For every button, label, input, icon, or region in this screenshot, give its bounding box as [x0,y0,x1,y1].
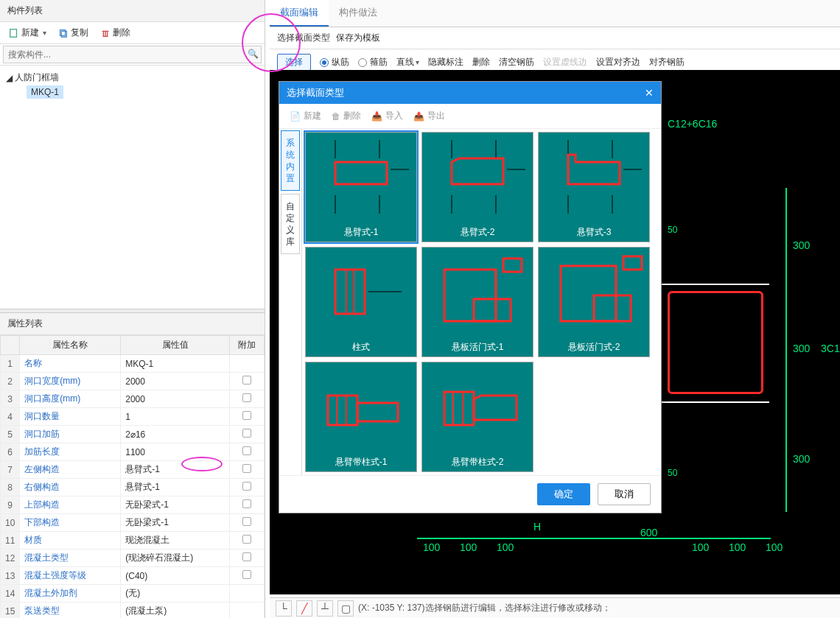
prop-value[interactable]: 2000 [121,390,230,408]
section-card[interactable]: 悬臂式-2 [421,132,533,242]
table-row[interactable]: 7 左侧构造 悬臂式-1 [1,461,265,479]
modal-delete-button[interactable]: 🗑删除 [332,110,361,122]
select-tool[interactable]: 选择 [277,54,311,71]
line-tool[interactable]: 直线▾ [396,56,419,69]
prop-name[interactable]: 加筋长度 [20,443,121,461]
search-icon[interactable]: 🔍 [248,49,259,59]
table-row[interactable]: 15 泵送类型 (混凝土泵) [1,603,265,619]
prop-extra[interactable] [230,549,265,567]
dim-side[interactable]: 3C1 [821,343,840,354]
section-card[interactable]: 悬板活门式-1 [421,247,533,357]
prop-value[interactable]: MKQ-1 [121,355,230,373]
new-button[interactable]: 新建 ▾ [4,25,51,41]
tab-section-edit[interactable]: 截面编辑 [270,0,329,27]
prop-name[interactable]: 泵送类型 [20,603,121,619]
prop-name[interactable]: 混凝土外加剂 [20,585,121,603]
status-icon-3[interactable]: ┴ [317,600,333,617]
prop-value[interactable]: 1100 [121,443,230,461]
prop-value[interactable]: 悬臂式-1 [121,461,230,479]
radio-rebar2[interactable]: 箍筋 [358,56,388,69]
table-row[interactable]: 14 混凝土外加剂 (无) [1,585,265,603]
set-virtual-edge-button[interactable]: 设置虚线边 [543,56,587,69]
table-row[interactable]: 12 混凝土类型 (现浇碎石混凝土) [1,549,265,567]
cancel-button[interactable]: 取消 [598,483,651,505]
prop-extra[interactable] [230,567,265,585]
tree-child[interactable]: MKQ-1 [27,85,63,99]
prop-extra[interactable] [230,514,265,532]
hide-label-button[interactable]: 隐藏标注 [428,56,463,69]
prop-value[interactable]: (现浇碎石混凝土) [121,549,230,567]
prop-value[interactable]: 2000 [121,373,230,390]
prop-name[interactable]: 下部构造 [20,514,121,532]
prop-value[interactable]: 无卧梁式-1 [121,496,230,514]
section-card[interactable]: 柱式 [305,247,417,357]
status-icon-2[interactable]: ╱ [296,600,312,617]
prop-name[interactable]: 洞口高度(mm) [20,390,121,408]
set-align-edge-button[interactable]: 设置对齐边 [596,56,640,69]
prop-extra[interactable] [230,390,265,408]
prop-extra[interactable] [230,373,265,390]
table-row[interactable]: 5 洞口加筋 2⌀16 [1,426,265,443]
table-row[interactable]: 13 混凝土强度等级 (C40) [1,567,265,585]
table-row[interactable]: 11 材质 现浇混凝土 [1,532,265,549]
prop-extra[interactable] [230,461,265,479]
delete-button[interactable]: 删除 [96,25,135,41]
prop-name[interactable]: 混凝土强度等级 [20,567,121,585]
tab-component-method[interactable]: 构件做法 [329,0,388,27]
table-row[interactable]: 10 下部构造 无卧梁式-1 [1,514,265,532]
section-card[interactable]: 悬臂式-1 [305,132,417,242]
close-icon[interactable]: ✕ [645,87,654,99]
prop-value[interactable]: 悬臂式-1 [121,479,230,496]
prop-value[interactable]: (C40) [121,567,230,585]
prop-name[interactable]: 洞口数量 [20,408,121,426]
select-section-type-button[interactable]: 选择截面类型 [277,32,330,44]
section-card[interactable]: 悬臂带柱式-1 [305,362,417,472]
status-icon-1[interactable]: └ [276,600,292,617]
prop-value[interactable]: 2⌀16 [121,426,230,443]
prop-name[interactable]: 混凝土类型 [20,549,121,567]
section-card[interactable]: 悬板活门式-2 [538,247,650,357]
prop-name[interactable]: 左侧构造 [20,461,121,479]
prop-extra[interactable] [230,479,265,496]
prop-name[interactable]: 名称 [20,355,121,373]
prop-extra[interactable] [230,408,265,426]
prop-name[interactable]: 材质 [20,532,121,549]
modal-import-button[interactable]: 📥导入 [371,110,403,122]
section-card[interactable]: 悬臂式-3 [538,132,650,242]
prop-value[interactable]: 现浇混凝土 [121,532,230,549]
side-tab-builtin[interactable]: 系统内置 [281,130,300,191]
table-row[interactable]: 3 洞口高度(mm) 2000 [1,390,265,408]
prop-extra[interactable] [230,443,265,461]
prop-value[interactable]: 1 [121,408,230,426]
prop-value[interactable]: (混凝土泵) [121,603,230,619]
modal-export-button[interactable]: 📤导出 [413,110,445,122]
table-row[interactable]: 9 上部构造 无卧梁式-1 [1,496,265,514]
align-rebar-button[interactable]: 对齐钢筋 [649,56,685,69]
tree-parent[interactable]: ◢ 人防门框墙 [6,70,259,85]
table-row[interactable]: 4 洞口数量 1 [1,408,265,426]
save-template-button[interactable]: 保存为模板 [336,32,380,44]
prop-extra[interactable] [230,585,265,603]
table-row[interactable]: 8 右侧构造 悬臂式-1 [1,479,265,496]
prop-name[interactable]: 洞口宽度(mm) [20,373,121,390]
prop-extra[interactable] [230,532,265,549]
table-row[interactable]: 2 洞口宽度(mm) 2000 [1,373,265,390]
modal-new-button[interactable]: 📄新建 [290,110,321,122]
prop-name[interactable]: 右侧构造 [20,479,121,496]
prop-extra[interactable] [230,603,265,619]
ok-button[interactable]: 确定 [537,483,590,505]
prop-extra[interactable] [230,426,265,443]
radio-rebar1[interactable]: 纵筋 [320,56,349,69]
delete-tool[interactable]: 删除 [472,56,490,69]
clear-rebar-button[interactable]: 清空钢筋 [499,56,534,69]
prop-name[interactable]: 洞口加筋 [20,426,121,443]
prop-value[interactable]: 无卧梁式-1 [121,514,230,532]
prop-extra[interactable] [230,355,265,373]
table-row[interactable]: 1 名称 MKQ-1 [1,355,265,373]
prop-name[interactable]: 上部构造 [20,496,121,514]
side-tab-custom[interactable]: 自定义库 [281,194,300,254]
search-input[interactable] [3,46,262,63]
section-card[interactable]: 悬臂带柱式-2 [421,362,533,472]
copy-button[interactable]: 复制 [54,25,93,41]
status-icon-4[interactable]: ▢ [337,600,354,617]
